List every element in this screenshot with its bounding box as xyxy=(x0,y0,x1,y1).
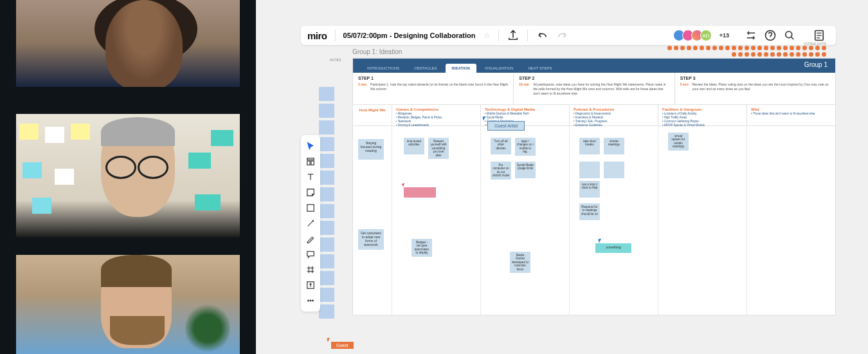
shape-tool-icon[interactable] xyxy=(303,201,318,215)
tab-introductions[interactable]: INTRODUCTIONS xyxy=(361,64,406,73)
sticky-note[interactable]: take short breaks xyxy=(579,138,600,154)
voting-dot[interactable] xyxy=(777,46,781,50)
sticky-note[interactable]: Turn off all other devices xyxy=(491,138,511,154)
voting-dot[interactable] xyxy=(687,46,691,50)
more-tools-icon[interactable] xyxy=(303,293,318,308)
more-collaborators-count[interactable]: +13 xyxy=(717,32,732,39)
sticky-note[interactable] xyxy=(319,254,334,268)
lane-facilities: virtual spaces for certain meetings xyxy=(658,126,746,315)
video-tile-1[interactable] xyxy=(16,0,240,87)
sticky-note[interactable] xyxy=(328,120,335,135)
star-icon[interactable]: ☆ xyxy=(484,31,491,40)
sticky-note[interactable]: Social Media Usage limits xyxy=(515,162,536,178)
sticky-note[interactable] xyxy=(328,171,335,185)
sticky-note-selected[interactable]: something xyxy=(595,243,631,253)
voting-dot[interactable] xyxy=(764,46,768,50)
tab-obstacles[interactable]: OBSTACLES xyxy=(408,64,444,73)
sticky-note[interactable]: Media Games developed to minimize focus xyxy=(510,252,530,273)
voting-dot[interactable] xyxy=(738,46,743,50)
voting-dot[interactable] xyxy=(796,46,800,50)
voting-dot[interactable] xyxy=(822,46,826,50)
notes-panel-icon[interactable] xyxy=(813,29,826,42)
voting-dot[interactable] xyxy=(770,46,775,50)
voting-dot[interactable] xyxy=(712,46,717,50)
video-tile-2[interactable] xyxy=(16,114,240,238)
sticky-note[interactable] xyxy=(319,120,326,135)
redo-icon[interactable] xyxy=(556,29,569,42)
sticky-note[interactable]: Badges - can give teammates to display xyxy=(411,239,432,257)
sticky-note[interactable]: apps / changes on / mobile to reg. xyxy=(515,138,536,156)
sticky-note[interactable] xyxy=(328,238,335,252)
search-icon[interactable] xyxy=(783,29,796,42)
voting-dot[interactable] xyxy=(706,46,710,50)
sticky-note[interactable] xyxy=(579,162,600,178)
frame-tool-icon[interactable] xyxy=(303,263,318,277)
sticky-note[interactable]: use a stop n clock to help xyxy=(579,181,600,198)
tab-next-steps[interactable]: NEXT STEPS xyxy=(521,64,558,73)
select-tool-icon[interactable] xyxy=(303,139,318,153)
sticky-note[interactable] xyxy=(604,162,624,178)
swimlanes[interactable]: Staying focused during meeting Get cowor… xyxy=(353,126,835,315)
sticky-note[interactable]: Get coworkers to adopt new forms of team… xyxy=(358,229,384,250)
voting-dot[interactable] xyxy=(757,46,762,50)
sticky-note[interactable] xyxy=(319,204,334,218)
voting-dot[interactable] xyxy=(719,46,723,50)
upload-tool-icon[interactable] xyxy=(303,278,318,292)
sticky-note[interactable] xyxy=(319,221,334,235)
sticky-note[interactable]: Reward yourself with something you love … xyxy=(428,138,449,159)
sticky-note-selected[interactable] xyxy=(404,187,436,198)
voting-dot[interactable] xyxy=(667,46,672,50)
lane-wild xyxy=(746,126,835,315)
sticky-note[interactable] xyxy=(319,304,334,319)
sticky-note[interactable] xyxy=(319,104,334,118)
sticky-note[interactable] xyxy=(319,187,334,201)
lane-games: time boxed activities Reward yourself wi… xyxy=(392,126,480,315)
settings-icon[interactable] xyxy=(745,29,757,42)
line-tool-icon[interactable] xyxy=(303,216,318,230)
voting-dot[interactable] xyxy=(674,46,678,50)
voting-dot[interactable] xyxy=(802,46,807,50)
voting-dot[interactable] xyxy=(751,46,755,50)
sticky-note[interactable] xyxy=(319,288,334,302)
templates-tool-icon[interactable] xyxy=(303,154,318,169)
sticky-note[interactable]: time boxed activities xyxy=(404,138,424,154)
voting-dot[interactable] xyxy=(809,46,813,50)
sticky-note[interactable] xyxy=(319,137,334,151)
sticky-tool-icon[interactable] xyxy=(303,185,318,200)
voting-dot[interactable] xyxy=(783,46,788,50)
sticky-note[interactable]: Staying focused during meeting xyxy=(358,139,384,160)
voting-dot[interactable] xyxy=(680,46,685,50)
export-icon[interactable] xyxy=(507,29,520,42)
voting-dot[interactable] xyxy=(815,46,820,50)
undo-icon[interactable] xyxy=(536,29,548,42)
sticky-note[interactable]: virtual spaces for certain meetings xyxy=(668,133,689,151)
text-tool-icon[interactable] xyxy=(303,170,318,184)
guest-cursor-tag: Guest xyxy=(331,342,354,349)
voting-dot[interactable] xyxy=(745,46,749,50)
ideation-frame[interactable]: Group 1 INTRODUCTIONS OBSTACLES IDEATION… xyxy=(352,58,836,315)
pen-tool-icon[interactable] xyxy=(303,232,318,246)
tab-ideation[interactable]: IDEATION xyxy=(446,64,476,73)
voting-dot[interactable] xyxy=(790,46,794,50)
sticky-note[interactable]: shorter meetings xyxy=(604,138,624,154)
video-tile-3[interactable] xyxy=(16,255,240,354)
steps-row: STEP 1 2 minParticipant 1, note the top … xyxy=(353,73,835,105)
comment-tool-icon[interactable] xyxy=(303,247,318,261)
sticky-note[interactable]: Responsi for tv meetings should be on xyxy=(579,203,600,220)
svg-rect-6 xyxy=(307,205,314,212)
voting-dot[interactable] xyxy=(732,46,736,50)
sticky-note[interactable]: Put computer on do not disturb mode xyxy=(491,162,511,180)
tab-visualization[interactable]: VISUALIZATION xyxy=(478,64,520,73)
step-1: STEP 1 2 minParticipant 1, note the top … xyxy=(353,73,514,104)
board-title[interactable]: 05/07/2:00pm - Designing Collaboration xyxy=(343,32,476,39)
avatar-stack[interactable]: AD xyxy=(676,30,712,41)
sticky-note[interactable] xyxy=(319,271,334,285)
voting-dot[interactable] xyxy=(725,46,730,50)
board-canvas[interactable]: Group 1: Ideation NOTES xyxy=(301,51,836,348)
help-icon[interactable] xyxy=(764,29,777,42)
voting-dot[interactable] xyxy=(693,46,698,50)
sticky-note[interactable] xyxy=(319,87,334,101)
avatar[interactable]: AD xyxy=(700,30,712,41)
voting-dot[interactable] xyxy=(700,46,704,50)
sticky-note[interactable] xyxy=(319,154,334,168)
